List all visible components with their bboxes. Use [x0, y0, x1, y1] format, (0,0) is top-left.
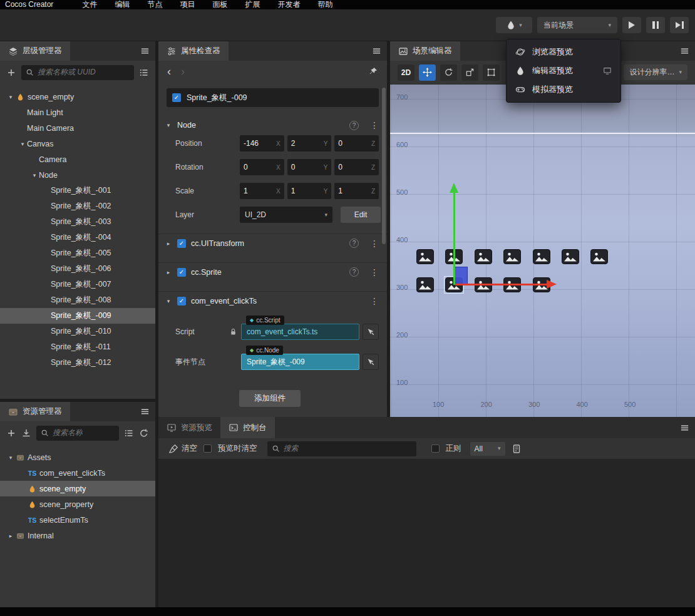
hierarchy-item[interactable]: Sprite_象棋_-004 [0, 230, 155, 245]
scrollbar-thumb[interactable] [382, 88, 386, 244]
expand-arrow-icon[interactable]: ▾ [165, 122, 172, 128]
pin-icon[interactable] [368, 66, 378, 76]
rotation-y-field[interactable]: 0Y [287, 159, 332, 175]
menubar-item-panel[interactable]: 面板 [203, 0, 236, 9]
menubar-item-node[interactable]: 节点 [138, 0, 171, 9]
hierarchy-item[interactable]: Camera [0, 151, 155, 167]
scale-z-field[interactable]: 1Z [334, 183, 379, 199]
position-z-field[interactable]: 0Z [334, 135, 379, 151]
gizmo-plane-handle[interactable] [455, 267, 468, 284]
menubar-item-file[interactable]: 文件 [73, 0, 106, 9]
expand-arrow-icon[interactable]: ▸ [165, 269, 172, 275]
scale-y-field[interactable]: 1Y [287, 183, 332, 199]
hierarchy-item[interactable]: Sprite_象棋_-005 [0, 245, 155, 261]
sprite-node[interactable] [416, 277, 434, 292]
kebab-menu-icon[interactable]: ⋮ [370, 296, 379, 306]
hierarchy-item[interactable]: Sprite_象棋_-012 [0, 355, 155, 371]
asset-item[interactable]: scene_empty [0, 481, 155, 496]
hierarchy-item[interactable]: ▾Canvas [0, 136, 155, 151]
asset-item[interactable]: ▾Assets [0, 449, 155, 465]
script-picker-button[interactable] [363, 324, 379, 340]
tab-console[interactable]: 控制台 [220, 417, 275, 438]
layer-edit-button[interactable]: Edit [341, 207, 381, 223]
uitransform-enabled-checkbox[interactable]: ✓ [177, 239, 186, 248]
history-back-button[interactable]: ‹ [167, 66, 171, 77]
script-field[interactable]: com_event_clickTs.ts [241, 324, 359, 340]
hierarchy-item[interactable]: ▾scene_empty [0, 89, 155, 105]
layer-select[interactable]: UI_2D ▾ [240, 207, 332, 223]
expand-arrow-icon[interactable]: ▾ [165, 298, 172, 304]
menu-item-browser-preview[interactable]: 浏览器预览 [507, 43, 620, 61]
help-icon[interactable]: ? [349, 267, 359, 277]
menubar-item-help[interactable]: 帮助 [309, 0, 341, 9]
gizmo-x-axis[interactable] [455, 284, 548, 285]
preview-target-button[interactable]: ▾ [496, 17, 532, 33]
list-view-icon[interactable] [139, 68, 149, 78]
hierarchy-item[interactable]: Sprite_象棋_-008 [0, 292, 155, 308]
menubar-item-extension[interactable]: 扩展 [236, 0, 269, 9]
create-asset-button[interactable] [6, 428, 16, 438]
mode-2d-button[interactable]: 2D [398, 64, 414, 81]
hierarchy-item[interactable]: Sprite_象棋_-006 [0, 261, 155, 277]
kebab-menu-icon[interactable]: ⋮ [370, 120, 379, 130]
kebab-menu-icon[interactable]: ⋮ [370, 239, 379, 249]
assets-search-input[interactable]: 搜索名称 [36, 426, 119, 441]
menu-item-simulator-preview[interactable]: 模拟器预览 [507, 80, 620, 99]
rect-tool-button[interactable] [483, 64, 500, 81]
menubar-item-developer[interactable]: 开发者 [269, 0, 309, 9]
expand-arrow-icon[interactable]: ▸ [6, 533, 15, 539]
history-forward-button[interactable]: › [181, 66, 185, 77]
node-section-header[interactable]: ▾ Node ? ⋮ [158, 116, 387, 135]
asset-item[interactable]: TScom_event_clickTs [0, 465, 155, 481]
scale-x-field[interactable]: 1X [240, 183, 284, 199]
hierarchy-item[interactable]: ▾Node [0, 167, 155, 183]
help-icon[interactable]: ? [349, 239, 359, 248]
sprite-enabled-checkbox[interactable]: ✓ [177, 268, 186, 277]
inspector-scrollbar[interactable] [382, 85, 386, 412]
console-menu-icon[interactable] [680, 423, 689, 433]
tab-hierarchy[interactable]: 层级管理器 [0, 41, 70, 61]
clear-on-preview-checkbox[interactable] [203, 444, 212, 453]
expand-arrow-icon[interactable]: ▾ [6, 454, 15, 461]
rotation-x-field[interactable]: 0X [240, 159, 284, 175]
rotate-tool-button[interactable] [440, 64, 457, 81]
refresh-icon[interactable] [139, 428, 149, 438]
sprite-node[interactable] [416, 249, 434, 264]
sprite-node[interactable] [503, 249, 521, 264]
position-x-field[interactable]: -146X [240, 135, 284, 151]
sprite-node[interactable] [562, 249, 579, 264]
sprite-node[interactable] [475, 249, 492, 264]
event-component-section-header[interactable]: ▾ ✓ com_event_clickTs ⋮ [158, 291, 387, 310]
open-log-file-icon[interactable] [512, 444, 522, 454]
console-search-input[interactable]: 搜索 [267, 441, 416, 456]
kebab-menu-icon[interactable]: ⋮ [370, 267, 379, 277]
hierarchy-item[interactable]: Sprite_象棋_-007 [0, 277, 155, 292]
hierarchy-item[interactable]: Main Light [0, 105, 155, 120]
asset-item[interactable]: scene_property [0, 496, 155, 512]
step-button[interactable] [670, 17, 689, 33]
expand-arrow-icon[interactable]: ▾ [18, 141, 27, 147]
sprite-node[interactable] [590, 249, 608, 264]
expand-arrow-icon[interactable]: ▸ [165, 240, 172, 247]
hierarchy-item[interactable]: Sprite_象棋_-001 [0, 183, 155, 198]
move-tool-button[interactable] [419, 64, 436, 81]
clear-console-button[interactable]: 清空 [168, 443, 197, 454]
rotation-z-field[interactable]: 0Z [334, 159, 379, 175]
assets-menu-icon[interactable] [140, 407, 150, 416]
tab-asset-preview[interactable]: 资源预览 [158, 417, 220, 438]
hierarchy-item[interactable]: Sprite_象棋_-011 [0, 339, 155, 355]
pause-button[interactable] [646, 17, 665, 33]
tab-inspector[interactable]: 属性检查器 [158, 41, 229, 61]
hierarchy-menu-icon[interactable] [140, 46, 150, 56]
expand-arrow-icon[interactable]: ▾ [6, 94, 15, 100]
asset-item[interactable]: TSselectEnumTs [0, 512, 155, 528]
gizmo-y-axis[interactable] [453, 192, 455, 285]
import-asset-button[interactable] [21, 428, 31, 438]
position-y-field[interactable]: 2Y [287, 135, 332, 151]
tab-scene-editor[interactable]: 场景编辑器 [390, 41, 460, 61]
hierarchy-item[interactable]: Sprite_象棋_-009 [0, 308, 155, 324]
log-level-select[interactable]: All ▾ [470, 442, 505, 456]
event-node-field[interactable]: Sprite_象棋_-009 [241, 354, 359, 370]
list-view-icon[interactable] [124, 428, 134, 438]
hierarchy-item[interactable]: Main Camera [0, 120, 155, 136]
